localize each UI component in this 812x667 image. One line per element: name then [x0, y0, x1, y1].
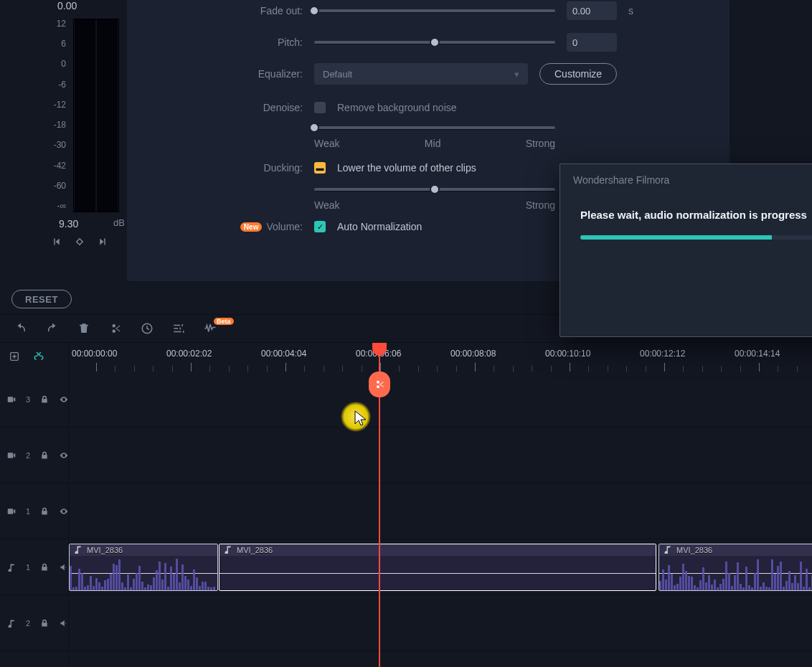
- meter-readout: 0.00: [57, 0, 77, 11]
- audio-clip[interactable]: MVI_2836: [219, 544, 656, 591]
- meter-next-key-button[interactable]: [96, 235, 109, 248]
- ducking-label: Ducking:: [127, 162, 303, 174]
- track-head: 1: [0, 483, 69, 539]
- ducking-slider[interactable]: [314, 181, 555, 198]
- video-icon: [7, 506, 16, 516]
- track-row: 1MVI_2836MVI_2836MVI_2836: [0, 539, 812, 595]
- denoise-slider[interactable]: [314, 119, 555, 136]
- add-marker-button[interactable]: [9, 351, 20, 364]
- track-number: 1: [26, 563, 30, 572]
- modal-message: Please wait, audio normalization is prog…: [560, 196, 812, 221]
- track-body[interactable]: [69, 595, 812, 651]
- track-row: 2: [0, 427, 812, 483]
- fade-out-label: Fade out:: [127, 5, 303, 16]
- clip-name: MVI_2836: [87, 546, 123, 554]
- sound-icon[interactable]: [59, 618, 69, 628]
- auto-normalization-label: Auto Normalization: [337, 221, 422, 232]
- auto-normalization-checkbox[interactable]: ✓: [314, 221, 326, 232]
- timeline-tracks: 3211MVI_2836MVI_2836MVI_28362: [0, 372, 812, 667]
- eye-icon[interactable]: [59, 394, 69, 405]
- track-number: 3: [26, 395, 30, 404]
- track-body[interactable]: [69, 483, 812, 539]
- video-icon: [7, 450, 16, 460]
- audio-icon: [7, 562, 16, 572]
- denoise-strong-label: Strong: [526, 138, 555, 149]
- lock-icon[interactable]: [40, 450, 49, 460]
- ducking-weak-label: Weak: [314, 199, 340, 211]
- fade-out-unit: s: [628, 5, 633, 16]
- meter-unit: dB: [113, 217, 125, 228]
- denoise-weak-label: Weak: [314, 138, 340, 149]
- audio-beat-button[interactable]: Beta: [204, 322, 217, 335]
- track-row: 2: [0, 595, 812, 651]
- beta-badge: Beta: [214, 318, 234, 325]
- pitch-slider[interactable]: [314, 34, 555, 51]
- modal-title: Wondershare Filmora: [560, 164, 812, 196]
- split-button[interactable]: [109, 322, 122, 335]
- undo-button[interactable]: [14, 322, 27, 335]
- audio-clip[interactable]: MVI_2836: [69, 544, 218, 591]
- track-head: 3: [0, 372, 69, 427]
- sound-icon[interactable]: [59, 562, 69, 572]
- svg-rect-4: [8, 508, 14, 514]
- lock-icon[interactable]: [40, 562, 49, 572]
- denoise-label: Denoise:: [127, 102, 303, 113]
- track-body[interactable]: [69, 372, 812, 427]
- reset-button[interactable]: RESET: [11, 290, 72, 308]
- modal-progress-bar: [580, 235, 812, 240]
- fade-out-slider[interactable]: [314, 2, 555, 19]
- lock-icon[interactable]: [40, 394, 49, 405]
- delete-button[interactable]: [77, 322, 90, 335]
- equalizer-customize-button[interactable]: Customize: [539, 63, 617, 85]
- ruler-time-label: 00:00:04:04: [261, 349, 306, 359]
- svg-rect-3: [8, 453, 14, 458]
- track-body[interactable]: [69, 427, 812, 483]
- eye-icon[interactable]: [59, 506, 69, 516]
- pitch-input[interactable]: [567, 33, 617, 52]
- music-note-icon: [74, 545, 82, 555]
- track-head: 2: [0, 427, 69, 483]
- speed-button[interactable]: [141, 322, 154, 335]
- ducking-check-label: Lower the volume of other clips: [337, 162, 476, 174]
- equalizer-selected: Default: [323, 69, 352, 80]
- track-head: 2: [0, 595, 69, 651]
- auto-ripple-button[interactable]: [33, 351, 44, 364]
- lock-icon[interactable]: [40, 506, 49, 516]
- audio-clip[interactable]: MVI_2836: [658, 544, 812, 591]
- ruler-time-label: 00:00:00:00: [72, 349, 117, 359]
- ducking-strong-label: Strong: [526, 199, 555, 211]
- video-icon: [7, 394, 16, 405]
- ruler-time-label: 00:00:02:02: [166, 349, 212, 359]
- audio-meter: 0.00 1260-6-12-18-30-42-60-∞ 9.30 dB: [22, 0, 119, 242]
- track-row: 1: [0, 483, 812, 539]
- ducking-checkbox[interactable]: ▬: [314, 162, 326, 174]
- meter-scale: 1260-6-12-18-30-42-60-∞: [44, 19, 66, 211]
- eye-icon[interactable]: [59, 450, 69, 460]
- equalizer-select[interactable]: Default ▾: [314, 63, 528, 85]
- progress-modal: Wondershare Filmora Please wait, audio n…: [560, 164, 812, 337]
- fade-out-input[interactable]: [567, 1, 617, 20]
- track-number: 2: [26, 451, 30, 460]
- track-number: 1: [26, 507, 30, 516]
- clip-name: MVI_2836: [676, 546, 712, 554]
- volume-label: Volume:: [266, 221, 303, 232]
- track-row: 3: [0, 372, 812, 427]
- lock-icon[interactable]: [40, 618, 49, 628]
- ruler-time-label: 00:00:10:10: [545, 349, 590, 359]
- redo-button[interactable]: [46, 322, 59, 335]
- track-number: 2: [26, 619, 30, 628]
- timeline-ruler[interactable]: 00:00:00:0000:00:02:0200:00:04:0400:00:0…: [0, 343, 812, 372]
- svg-rect-2: [8, 397, 14, 402]
- meter-prev-key-button[interactable]: [50, 235, 63, 248]
- chevron-down-icon: ▾: [514, 69, 519, 80]
- track-body[interactable]: MVI_2836MVI_2836MVI_2836: [69, 539, 812, 595]
- audio-icon: [7, 618, 16, 628]
- denoise-checkbox[interactable]: [314, 102, 326, 113]
- ruler-time-label: 00:00:08:08: [450, 349, 496, 359]
- denoise-check-label: Remove background noise: [337, 102, 457, 113]
- track-head: 1: [0, 539, 69, 595]
- music-note-icon: [224, 545, 232, 555]
- adjust-button[interactable]: [172, 322, 185, 335]
- denoise-mid-label: Mid: [425, 138, 441, 149]
- meter-add-key-button[interactable]: [73, 235, 86, 248]
